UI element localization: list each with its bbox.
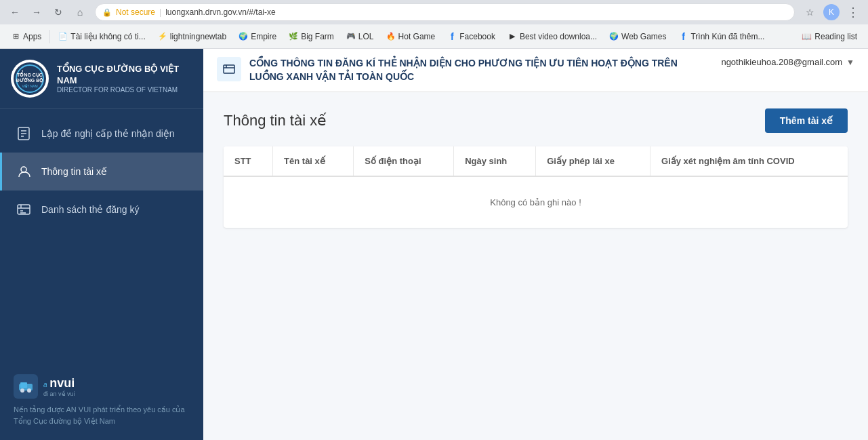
sidebar-item-lap-de-nghi[interactable]: Lập đề nghị cấp thẻ nhận diện bbox=[0, 115, 203, 153]
reading-list-label: Reading list bbox=[814, 32, 857, 41]
bookmark-lightning[interactable]: ⚡ lightningnewtab bbox=[152, 29, 232, 44]
footer-description: Nền tảng được AN VUI phát triển theo yêu… bbox=[14, 404, 190, 426]
content-area: Thông tin tài xế Thêm tài xế STT Tên tài… bbox=[203, 92, 868, 440]
sidebar-item-thong-tin-tai-xe-label: Thông tin tài xế bbox=[41, 166, 107, 177]
user-email: ngothikieuhoa.208@gmail.com bbox=[721, 57, 842, 67]
address-bar[interactable]: 🔒 Not secure | luongxanh.drvn.gov.vn/#/t… bbox=[95, 3, 795, 21]
bookmark-apps[interactable]: ⊞ Apps bbox=[5, 29, 47, 44]
profile-button[interactable]: K bbox=[822, 3, 841, 22]
logo-text: TỔNG CỤC ĐƯỜNG BỘ VIỆT NAM DIRECTOR FOR … bbox=[57, 64, 192, 94]
hotgame-icon: 🔥 bbox=[386, 32, 396, 41]
header-user[interactable]: ngothikieuhoa.208@gmail.com ▼ bbox=[721, 57, 854, 67]
logo-svg: TỔNG CỤC ĐƯỜNG BỘ VIỆT NAM bbox=[13, 62, 47, 96]
bestvideo-label: Best video downloa... bbox=[520, 32, 597, 41]
reading-list-button[interactable]: 📖 Reading list bbox=[796, 29, 863, 44]
sidebar-nav: Lập đề nghị cấp thẻ nhận diện Thông tin … bbox=[0, 109, 203, 361]
bookmark-facebook[interactable]: f Facebook bbox=[442, 29, 501, 44]
bookmark-empire[interactable]: 🌍 Empire bbox=[233, 29, 282, 44]
lightning-label: lightningnewtab bbox=[170, 32, 226, 41]
nav-buttons: ← → ↻ ⌂ bbox=[5, 3, 89, 22]
bestvideo-icon: ▶ bbox=[508, 32, 517, 41]
table-header-row: STT Tên tài xế Số điện thoại Ngày sinh G… bbox=[224, 146, 848, 176]
portal-icon bbox=[217, 57, 241, 81]
anvui-brand-name: nvui bbox=[49, 376, 75, 390]
reading-list-icon: 📖 bbox=[802, 32, 812, 41]
svg-text:VIỆT NAM: VIỆT NAM bbox=[22, 84, 37, 88]
thong-tin-tai-xe-icon bbox=[16, 163, 32, 180]
empty-message: Không có bản ghi nào ! bbox=[224, 176, 848, 228]
page-title: Thông tin tài xế bbox=[224, 112, 327, 129]
tai-lieu-icon: 📄 bbox=[58, 32, 68, 41]
bookmark-webgames[interactable]: 🌍 Web Games bbox=[604, 29, 671, 44]
url-text: luongxanh.drvn.gov.vn/#/tai-xe bbox=[165, 7, 276, 17]
anvui-prefix: a bbox=[43, 381, 47, 388]
col-stt: STT bbox=[224, 146, 273, 176]
svg-rect-19 bbox=[224, 65, 234, 73]
bookmark-trinhkun[interactable]: f Trình Kún đã thêm... bbox=[673, 29, 770, 44]
security-label: Not secure bbox=[116, 7, 155, 17]
browser-actions: ☆ K ⋮ bbox=[800, 3, 863, 22]
apps-icon: ⊞ bbox=[11, 32, 20, 41]
lol-icon: 🎮 bbox=[346, 32, 356, 41]
trinhkun-label: Trình Kún đã thêm... bbox=[690, 32, 764, 41]
hotgame-label: Hot Game bbox=[398, 32, 436, 41]
anvui-icon bbox=[14, 374, 38, 399]
empire-label: Empire bbox=[251, 32, 276, 41]
page-wrapper: TỔNG CỤC ĐƯỜNG BỘ VIỆT NAM TỔNG CỤC ĐƯỜN… bbox=[0, 49, 868, 440]
back-button[interactable]: ← bbox=[5, 3, 24, 22]
sidebar: TỔNG CỤC ĐƯỜNG BỘ VIỆT NAM TỔNG CỤC ĐƯỜN… bbox=[0, 49, 203, 440]
lol-label: LOL bbox=[358, 32, 374, 41]
sidebar-item-danh-sach-the[interactable]: Danh sách thẻ đăng ký bbox=[0, 191, 203, 228]
logo-subtitle: DIRECTOR FOR ROADS OF VIETNAM bbox=[57, 86, 192, 94]
anvui-brand: a nvui đi an về vui bbox=[43, 376, 75, 397]
sidebar-item-lap-de-nghi-label: Lập đề nghị cấp thẻ nhận diện bbox=[41, 128, 175, 139]
bigfarm-icon: 🌿 bbox=[289, 32, 298, 41]
svg-rect-18 bbox=[20, 382, 27, 388]
svg-point-16 bbox=[20, 388, 24, 393]
facebook-label: Facebook bbox=[459, 32, 495, 41]
home-button[interactable]: ⌂ bbox=[70, 3, 89, 22]
sidebar-logo: TỔNG CỤC ĐƯỜNG BỘ VIỆT NAM TỔNG CỤC ĐƯỜN… bbox=[0, 49, 203, 109]
sidebar-footer: a nvui đi an về vui Nền tảng được AN VUI… bbox=[0, 361, 203, 440]
bookmark-bestvideo[interactable]: ▶ Best video downloa... bbox=[502, 29, 602, 44]
svg-point-9 bbox=[21, 167, 26, 172]
star-button[interactable]: ☆ bbox=[800, 3, 819, 22]
browser-title-bar: ← → ↻ ⌂ 🔒 Not secure | luongxanh.drvn.go… bbox=[0, 0, 868, 24]
svg-point-17 bbox=[27, 388, 31, 393]
bookmark-lol[interactable]: 🎮 LOL bbox=[341, 29, 379, 44]
table-empty-row: Không có bản ghi nào ! bbox=[224, 176, 848, 228]
bookmark-bigfarm[interactable]: 🌿 Big Farm bbox=[283, 29, 339, 44]
col-ngay-sinh: Ngày sinh bbox=[454, 146, 536, 176]
trinhkun-icon: f bbox=[678, 32, 688, 41]
col-giay-phep-lai-xe: Giấy phép lái xe bbox=[536, 146, 650, 176]
lightning-icon: ⚡ bbox=[158, 32, 167, 41]
anvui-tagline: đi an về vui bbox=[43, 391, 75, 397]
bookmarks-bar: ⊞ Apps 📄 Tài liệu không có ti... ⚡ light… bbox=[0, 24, 868, 49]
tai-lieu-label: Tài liệu không có ti... bbox=[70, 32, 145, 41]
bookmark-tai-lieu[interactable]: 📄 Tài liệu không có ti... bbox=[53, 29, 150, 44]
header-left: CỔNG THÔNG TIN ĐĂNG KÍ THẺ NHẬN DIỆN CHO… bbox=[217, 57, 710, 83]
col-so-dien-thoai: Số điện thoại bbox=[354, 146, 454, 176]
add-driver-button[interactable]: Thêm tài xế bbox=[765, 108, 848, 133]
main-content: CỔNG THÔNG TIN ĐĂNG KÍ THẺ NHẬN DIỆN CHO… bbox=[203, 49, 868, 440]
anvui-logo: a nvui đi an về vui bbox=[14, 374, 190, 399]
bookmark-separator-1 bbox=[49, 30, 50, 43]
col-giay-xet-nghiem: Giấy xét nghiệm âm tính COVID bbox=[650, 146, 848, 176]
menu-button[interactable]: ⋮ bbox=[844, 3, 863, 22]
lap-de-nghi-icon bbox=[16, 125, 32, 142]
svg-text:ĐƯỜNG BỘ: ĐƯỜNG BỘ bbox=[16, 77, 44, 83]
facebook-icon: f bbox=[447, 32, 457, 41]
bookmark-hotgame[interactable]: 🔥 Hot Game bbox=[381, 29, 441, 44]
danh-sach-the-icon bbox=[16, 201, 32, 218]
table-header: STT Tên tài xế Số điện thoại Ngày sinh G… bbox=[224, 146, 848, 176]
empire-icon: 🌍 bbox=[239, 32, 248, 41]
bigfarm-label: Big Farm bbox=[301, 32, 334, 41]
webgames-icon: 🌍 bbox=[609, 32, 619, 41]
webgames-label: Web Games bbox=[621, 32, 666, 41]
forward-button[interactable]: → bbox=[27, 3, 46, 22]
col-ten-tai-xe: Tên tài xế bbox=[273, 146, 354, 176]
reload-button[interactable]: ↻ bbox=[49, 3, 68, 22]
table-body: Không có bản ghi nào ! bbox=[224, 176, 848, 228]
logo-title: TỔNG CỤC ĐƯỜNG BỘ VIỆT NAM bbox=[57, 64, 192, 87]
sidebar-item-thong-tin-tai-xe[interactable]: Thông tin tài xế bbox=[0, 153, 203, 191]
